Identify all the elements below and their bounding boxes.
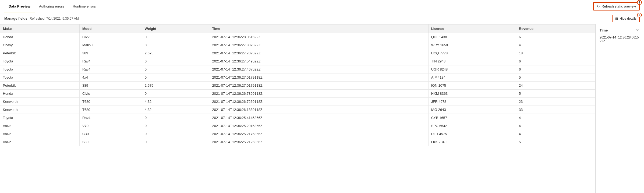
- table-row[interactable]: ToyotaRav402021-07-14T12:36:25.4145366ZC…: [0, 114, 595, 122]
- table-row[interactable]: KenworthT6804.322021-07-14T12:36:26.1339…: [0, 106, 595, 114]
- hide-details-badge: 2: [637, 13, 642, 17]
- table-area: Make Model Weight Time License Revenue H…: [0, 24, 596, 193]
- cell-2-0: Peterbilt: [0, 49, 80, 57]
- cell-8-3: 2021-07-14T12:36:26.7269118Z: [209, 98, 428, 106]
- tab-data-preview[interactable]: Data Preview: [4, 1, 35, 12]
- side-panel-header: Time ✕: [600, 27, 640, 33]
- cell-8-4: JFR 4978: [428, 98, 516, 106]
- hide-details-label: Hide details: [620, 17, 636, 20]
- cell-1-3: 2021-07-14T12:36:27.887522Z: [209, 41, 428, 49]
- cell-13-2: 0: [142, 138, 209, 146]
- cell-10-2: 0: [142, 114, 209, 122]
- cell-8-0: Kenworth: [0, 98, 80, 106]
- cell-4-3: 2021-07-14T12:36:27.467522Z: [209, 65, 428, 73]
- cell-4-1: Rav4: [79, 65, 142, 73]
- close-side-panel-button[interactable]: ✕: [635, 27, 640, 33]
- table-row[interactable]: KenworthT6804.322021-07-14T12:36:26.7269…: [0, 98, 595, 106]
- cell-3-5: 6: [516, 57, 595, 65]
- cell-3-3: 2021-07-14T12:36:27.549522Z: [209, 57, 428, 65]
- tab-authoring-errors[interactable]: Authoring errors: [35, 1, 68, 12]
- tab-runtime-errors[interactable]: Runtime errors: [68, 1, 100, 12]
- cell-11-3: 2021-07-14T12:36:25.2915366Z: [209, 122, 428, 130]
- cell-7-2: 0: [142, 90, 209, 98]
- cell-6-0: Peterbilt: [0, 82, 80, 90]
- cell-1-2: 0: [142, 41, 209, 49]
- cell-12-4: DLR 4575: [428, 130, 516, 138]
- cell-6-2: 2.675: [142, 82, 209, 90]
- cell-11-0: Volvo: [0, 122, 80, 130]
- cell-4-5: 6: [516, 65, 595, 73]
- refresh-button-label: Refresh static preview: [601, 4, 636, 8]
- cell-2-5: 18: [516, 49, 595, 57]
- cell-4-4: UGR 8248: [428, 65, 516, 73]
- cell-5-5: 5: [516, 73, 595, 82]
- cell-5-1: 4x4: [79, 73, 142, 82]
- side-panel: Time ✕ 2021-07-14T12:36:28.061522Z: [596, 24, 644, 193]
- table-icon: ⊞: [615, 17, 618, 20]
- table-header-row: Make Model Weight Time License Revenue: [0, 24, 595, 33]
- cell-1-1: Malibu: [79, 41, 142, 49]
- cell-9-5: 33: [516, 106, 595, 114]
- hide-details-button[interactable]: ⊞ Hide details 2: [612, 15, 640, 22]
- data-table: Make Model Weight Time License Revenue H…: [0, 24, 595, 146]
- cell-2-2: 2.675: [142, 49, 209, 57]
- col-header-make: Make: [0, 24, 80, 33]
- cell-4-2: 0: [142, 65, 209, 73]
- cell-11-4: SPC 6542: [428, 122, 516, 130]
- cell-6-1: 389: [79, 82, 142, 90]
- table-row[interactable]: HondaCRV02021-07-14T12:36:28.061522ZQDL …: [0, 33, 595, 41]
- cell-3-1: Rav4: [79, 57, 142, 65]
- table-row[interactable]: HondaCivic02021-07-14T12:36:26.7399118ZH…: [0, 90, 595, 98]
- cell-0-5: 6: [516, 33, 595, 41]
- refresh-static-preview-button[interactable]: ↻ Refresh static preview 1: [593, 2, 640, 10]
- tabs-bar: Data Preview Authoring errors Runtime er…: [0, 0, 644, 13]
- cell-12-1: C30: [79, 130, 142, 138]
- cell-1-4: WRY 1650: [428, 41, 516, 49]
- table-row[interactable]: Peterbilt3892.6752021-07-14T12:36:27.017…: [0, 82, 595, 90]
- cell-5-2: 0: [142, 73, 209, 82]
- col-header-model: Model: [79, 24, 142, 33]
- cell-0-3: 2021-07-14T12:36:28.061522Z: [209, 33, 428, 41]
- cell-0-0: Honda: [0, 33, 80, 41]
- cell-10-4: CYB 1657: [428, 114, 516, 122]
- cell-2-4: UCQ 7778: [428, 49, 516, 57]
- cell-10-5: 4: [516, 114, 595, 122]
- cell-0-1: CRV: [79, 33, 142, 41]
- main-content: Make Model Weight Time License Revenue H…: [0, 24, 644, 193]
- col-header-license: License: [428, 24, 516, 33]
- cell-7-4: HXM 8363: [428, 90, 516, 98]
- cell-12-3: 2021-07-14T12:36:25.2175366Z: [209, 130, 428, 138]
- table-row[interactable]: Toyota4x402021-07-14T12:36:27.0179118ZAI…: [0, 73, 595, 82]
- side-panel-value: 2021-07-14T12:36:28.061522Z: [600, 36, 640, 43]
- cell-5-0: Toyota: [0, 73, 80, 82]
- table-row[interactable]: VolvoV7002021-07-14T12:36:25.2915366ZSPC…: [0, 122, 595, 130]
- cell-6-5: 24: [516, 82, 595, 90]
- table-row[interactable]: ChevyMalibu02021-07-14T12:36:27.887522ZW…: [0, 41, 595, 49]
- cell-9-3: 2021-07-14T12:36:26.1339118Z: [209, 106, 428, 114]
- cell-0-4: QDL 1438: [428, 33, 516, 41]
- cell-13-3: 2021-07-14T12:36:25.2125366Z: [209, 138, 428, 146]
- table-row[interactable]: VolvoS8002021-07-14T12:36:25.2125366ZLKK…: [0, 138, 595, 146]
- cell-10-3: 2021-07-14T12:36:25.4145366Z: [209, 114, 428, 122]
- refreshed-label: Refreshed: 7/14/2021, 5:35:57 AM: [30, 17, 79, 20]
- cell-13-5: 5: [516, 138, 595, 146]
- table-row[interactable]: Peterbilt3892.6752021-07-14T12:36:27.707…: [0, 49, 595, 57]
- table-row[interactable]: ToyotaRav402021-07-14T12:36:27.467522ZUG…: [0, 65, 595, 73]
- cell-9-2: 4.32: [142, 106, 209, 114]
- cell-8-1: T680: [79, 98, 142, 106]
- cell-11-2: 0: [142, 122, 209, 130]
- table-row[interactable]: ToyotaRav402021-07-14T12:36:27.549522ZTI…: [0, 57, 595, 65]
- cell-7-1: Civic: [79, 90, 142, 98]
- cell-6-3: 2021-07-14T12:36:27.0179118Z: [209, 82, 428, 90]
- cell-4-0: Toyota: [0, 65, 80, 73]
- cell-10-1: Rav4: [79, 114, 142, 122]
- cell-5-3: 2021-07-14T12:36:27.0179118Z: [209, 73, 428, 82]
- cell-3-4: TIN 2948: [428, 57, 516, 65]
- cell-6-4: IQN 1075: [428, 82, 516, 90]
- refresh-icon: ↻: [597, 4, 600, 8]
- cell-7-3: 2021-07-14T12:36:26.7399118Z: [209, 90, 428, 98]
- cell-9-0: Kenworth: [0, 106, 80, 114]
- cell-8-5: 23: [516, 98, 595, 106]
- table-row[interactable]: VolvoC3002021-07-14T12:36:25.2175366ZDLR…: [0, 130, 595, 138]
- col-header-revenue: Revenue: [516, 24, 595, 33]
